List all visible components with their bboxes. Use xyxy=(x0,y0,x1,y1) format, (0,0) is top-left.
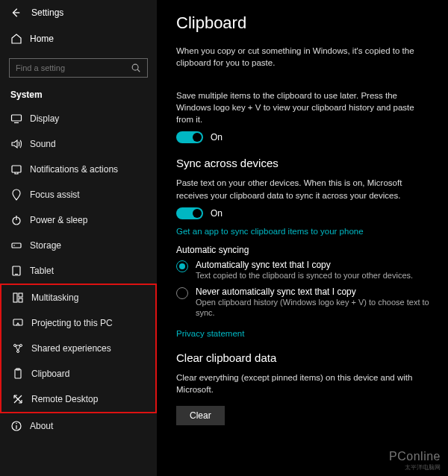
sidebar-item-power-sleep[interactable]: Power & sleep xyxy=(0,207,157,233)
svg-rect-8 xyxy=(12,243,21,248)
sync-app-link[interactable]: Get an app to sync clipboard items to yo… xyxy=(176,227,432,236)
sidebar-item-label: Storage xyxy=(30,240,61,251)
radio-auto-sync[interactable] xyxy=(176,260,188,272)
history-description: Save multiple items to the clipboard to … xyxy=(176,90,432,125)
sidebar-item-label: Display xyxy=(30,113,59,124)
sidebar-item-clipboard[interactable]: Clipboard xyxy=(1,361,155,386)
sidebar-item-label: Remote Desktop xyxy=(31,394,98,404)
about-icon xyxy=(10,420,22,432)
sidebar-item-label: Notifications & actions xyxy=(30,164,118,175)
auto-sync-label: Automatic syncing xyxy=(176,245,432,255)
svg-rect-13 xyxy=(19,293,22,297)
clear-button[interactable]: Clear xyxy=(176,406,225,425)
radio-label: Automatically sync text that I copy xyxy=(196,260,413,270)
radio-never-sync[interactable] xyxy=(176,287,188,299)
storage-icon xyxy=(10,239,22,251)
remote-desktop-icon xyxy=(12,393,24,405)
radio-label: Never automatically sync text that I cop… xyxy=(196,286,432,297)
clear-heading: Clear clipboard data xyxy=(176,351,432,364)
sidebar-item-label: Clipboard xyxy=(31,369,69,379)
sidebar-item-projecting[interactable]: Projecting to this PC xyxy=(1,310,155,336)
sidebar-item-notifications[interactable]: Notifications & actions xyxy=(0,157,157,182)
sidebar-item-multitasking[interactable]: Multitasking xyxy=(1,285,155,310)
svg-rect-5 xyxy=(12,166,21,172)
sync-heading: Sync across devices xyxy=(176,157,432,169)
search-box[interactable] xyxy=(9,58,148,78)
back-icon[interactable] xyxy=(10,7,22,18)
sync-description: Paste text on your other devices. When t… xyxy=(176,177,432,201)
watermark: PConline 太平洋电脑网 xyxy=(389,450,441,472)
radio-description: Open clipboard history (Windows logo key… xyxy=(196,297,432,319)
tablet-icon xyxy=(10,265,22,277)
sidebar-item-shared-experiences[interactable]: Shared experiences xyxy=(1,336,155,361)
sound-icon xyxy=(10,138,22,150)
sidebar-item-label: Sound xyxy=(30,139,56,149)
sidebar-item-about[interactable]: About xyxy=(0,413,157,439)
projecting-icon xyxy=(12,317,24,329)
privacy-link[interactable]: Privacy statement xyxy=(176,329,432,338)
intro-text: When you copy or cut something in Window… xyxy=(176,45,432,69)
sidebar-item-label: Projecting to this PC xyxy=(31,318,113,328)
svg-point-23 xyxy=(16,423,17,425)
settings-title: Settings xyxy=(31,7,63,18)
sync-toggle[interactable] xyxy=(176,207,203,219)
sidebar-item-remote-desktop[interactable]: Remote Desktop xyxy=(1,386,155,412)
radio-description: Text copied to the clipboard is synced t… xyxy=(196,270,413,281)
home-label: Home xyxy=(30,34,54,44)
search-icon xyxy=(131,63,141,73)
sidebar-item-label: Power & sleep xyxy=(30,215,87,225)
svg-rect-19 xyxy=(15,369,21,378)
page-title: Clipboard xyxy=(176,13,432,33)
clipboard-history-toggle[interactable] xyxy=(176,131,203,143)
sidebar-item-label: About xyxy=(30,421,53,431)
svg-rect-3 xyxy=(12,115,22,121)
toggle-label: On xyxy=(211,208,223,219)
clipboard-icon xyxy=(12,368,24,380)
sidebar-item-tablet[interactable]: Tablet xyxy=(0,258,157,284)
home-icon xyxy=(10,33,22,45)
power-icon xyxy=(10,214,22,226)
shared-experiences-icon xyxy=(12,342,24,354)
display-icon xyxy=(10,113,22,125)
search-input[interactable] xyxy=(16,63,131,72)
notifications-icon xyxy=(10,163,22,175)
sidebar-item-label: Multitasking xyxy=(31,292,78,303)
sidebar-home[interactable]: Home xyxy=(0,25,157,52)
highlight-annotation: Multitasking Projecting to this PC Share… xyxy=(0,284,157,413)
sidebar-item-label: Focus assist xyxy=(30,190,80,200)
svg-rect-15 xyxy=(13,319,22,325)
sidebar-item-display[interactable]: Display xyxy=(0,106,157,131)
section-label-system: System xyxy=(0,85,157,106)
sidebar-item-focus-assist[interactable]: Focus assist xyxy=(0,182,157,207)
svg-rect-14 xyxy=(19,298,22,302)
multitasking-icon xyxy=(12,292,24,304)
focus-assist-icon xyxy=(10,189,22,201)
toggle-label: On xyxy=(211,132,223,143)
svg-point-1 xyxy=(132,64,138,70)
svg-rect-12 xyxy=(13,293,17,302)
sidebar-item-sound[interactable]: Sound xyxy=(0,131,157,157)
clear-description: Clear everything (except pinned items) o… xyxy=(176,372,432,395)
sidebar-item-label: Tablet xyxy=(30,266,54,276)
sidebar-item-label: Shared experiences xyxy=(31,343,111,354)
sidebar-item-storage[interactable]: Storage xyxy=(0,233,157,258)
svg-line-2 xyxy=(137,69,140,72)
svg-point-9 xyxy=(13,245,15,246)
